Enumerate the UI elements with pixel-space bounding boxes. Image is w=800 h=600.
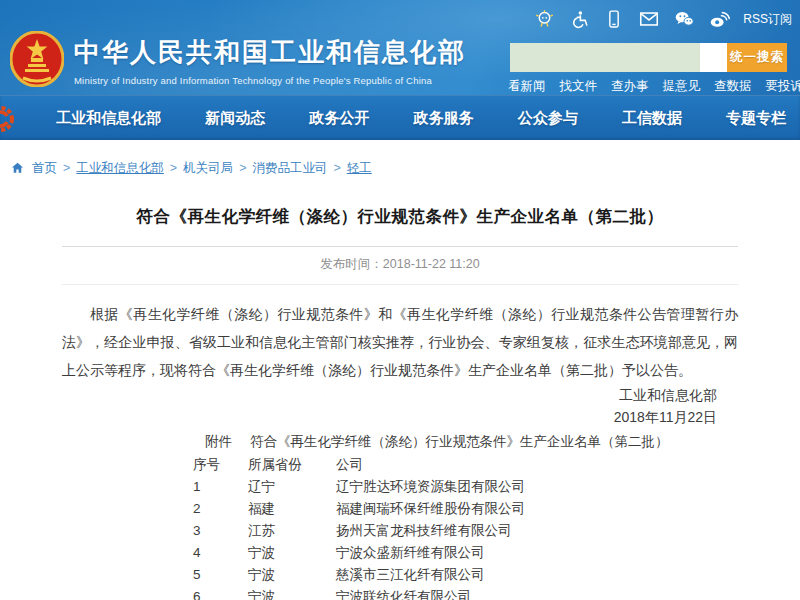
cell-no: 3 bbox=[193, 520, 248, 542]
cell-company: 慈溪市三江化纤有限公司 bbox=[336, 564, 738, 586]
article: 符合《再生化学纤维（涤纶）行业规范条件》生产企业名单（第二批） 发布时间：201… bbox=[0, 203, 800, 600]
cell-no: 4 bbox=[193, 542, 248, 564]
quick-link-data[interactable]: 查数据 bbox=[714, 78, 752, 95]
quick-link-complaint[interactable]: 要投诉 bbox=[766, 78, 800, 95]
cell-province: 福建 bbox=[248, 498, 336, 520]
cell-company: 福建闽瑞环保纤维股份有限公司 bbox=[336, 498, 738, 520]
breadcrumb-item-miit[interactable]: 工业和信息化部 bbox=[76, 160, 164, 177]
attachment-line: 附件符合《再生化学纤维（涤纶）行业规范条件》生产企业名单（第二批） bbox=[205, 432, 738, 452]
rss-link[interactable]: RSS订阅 bbox=[743, 11, 792, 28]
top-icon-bar: RSS订阅 bbox=[533, 8, 792, 30]
publish-time-value: 2018-11-22 11:20 bbox=[383, 257, 480, 271]
article-title: 符合《再生化学纤维（涤纶）行业规范条件》生产企业名单（第二批） bbox=[62, 203, 738, 229]
nav-item-miit[interactable]: 工业和信息化部 bbox=[56, 109, 161, 128]
cell-province: 宁波 bbox=[248, 586, 336, 600]
cell-province: 宁波 bbox=[248, 542, 336, 564]
table-row: 2 福建 福建闽瑞环保纤维股份有限公司 bbox=[193, 498, 738, 520]
sign-date: 2018年11月22日 bbox=[62, 406, 738, 428]
site-title: 中华人民共和国工业和信息化部 bbox=[74, 35, 466, 70]
table-header-row: 序号 所属省份 公司 bbox=[193, 454, 738, 476]
enterprise-table: 序号 所属省份 公司 1 辽宁 辽宁胜达环境资源集团有限公司 2 福建 福建闽瑞… bbox=[193, 454, 738, 600]
nav-item-news[interactable]: 新闻动态 bbox=[205, 109, 265, 128]
signer: 工业和信息化部 bbox=[62, 384, 738, 406]
mascot-icon[interactable] bbox=[533, 8, 555, 30]
breadcrumb-item-light-industry[interactable]: 轻工 bbox=[347, 160, 372, 177]
quick-link-news[interactable]: 看新闻 bbox=[508, 78, 546, 95]
nav-item-miit-data[interactable]: 工信数据 bbox=[622, 109, 682, 128]
table-row: 1 辽宁 辽宁胜达环境资源集团有限公司 bbox=[193, 476, 738, 498]
table-row: 4 宁波 宁波众盛新纤维有限公司 bbox=[193, 542, 738, 564]
quick-link-services[interactable]: 查办事 bbox=[611, 78, 649, 95]
publish-time-label: 发布时间： bbox=[320, 257, 383, 271]
breadcrumb-item-departments[interactable]: 机关司局 bbox=[183, 160, 233, 177]
quick-link-feedback[interactable]: 提意见 bbox=[663, 78, 701, 95]
cell-province: 宁波 bbox=[248, 564, 336, 586]
search-bar: 统一搜索 bbox=[510, 43, 787, 72]
wechat-icon[interactable] bbox=[673, 8, 695, 30]
site-logo-link[interactable]: 中华人民共和国工业和信息化部 Ministry of Industry and … bbox=[74, 35, 466, 86]
breadcrumb: 首页 > 工业和信息化部 > 机关司局 > 消费品工业司 > 轻工 bbox=[0, 140, 800, 179]
cell-province: 辽宁 bbox=[248, 476, 336, 498]
attachment-label: 附件 bbox=[205, 434, 232, 449]
search-input-gap bbox=[700, 43, 727, 72]
national-emblem bbox=[10, 31, 64, 87]
title-divider bbox=[62, 246, 738, 247]
breadcrumb-item-consumer-goods[interactable]: 消费品工业司 bbox=[252, 160, 327, 177]
col-header-company: 公司 bbox=[336, 454, 738, 476]
quick-links: 看新闻 找文件 查办事 提意见 查数据 要投诉 bbox=[508, 78, 800, 95]
publish-time-row: 发布时间：2018-11-22 11:20 bbox=[62, 256, 738, 273]
cell-company: 宁波众盛新纤维有限公司 bbox=[336, 542, 738, 564]
attachment-title: 符合《再生化学纤维（涤纶）行业规范条件》生产企业名单（第二批） bbox=[250, 434, 669, 449]
site-header: 中华人民共和国工业和信息化部 Ministry of Industry and … bbox=[0, 0, 800, 95]
meta-divider bbox=[62, 284, 738, 285]
mobile-icon[interactable] bbox=[603, 8, 625, 30]
search-input[interactable] bbox=[510, 43, 700, 72]
breadcrumb-separator: > bbox=[333, 161, 340, 175]
table-row: 5 宁波 慈溪市三江化纤有限公司 bbox=[193, 564, 738, 586]
cell-province: 江苏 bbox=[248, 520, 336, 542]
search-button[interactable]: 统一搜索 bbox=[727, 43, 787, 72]
col-header-no: 序号 bbox=[193, 454, 248, 476]
cell-company: 扬州天富龙科技纤维有限公司 bbox=[336, 520, 738, 542]
main-nav: 工业和信息化部 新闻动态 政务公开 政务服务 公众参与 工信数据 专题专栏 bbox=[0, 95, 800, 140]
site-subtitle: Ministry of Industry and Information Tec… bbox=[74, 75, 466, 86]
cell-company: 辽宁胜达环境资源集团有限公司 bbox=[336, 476, 738, 498]
breadcrumb-separator: > bbox=[239, 161, 246, 175]
cell-no: 5 bbox=[193, 564, 248, 586]
nav-item-special-topics[interactable]: 专题专栏 bbox=[726, 109, 786, 128]
cell-company: 宁波联纺化纤有限公司 bbox=[336, 586, 738, 600]
table-row: 3 江苏 扬州天富龙科技纤维有限公司 bbox=[193, 520, 738, 542]
gov-gear-icon bbox=[0, 103, 17, 135]
mail-icon[interactable] bbox=[638, 8, 660, 30]
breadcrumb-separator: > bbox=[170, 161, 177, 175]
table-row: 6 宁波 宁波联纺化纤有限公司 bbox=[193, 586, 738, 600]
breadcrumb-home[interactable]: 首页 bbox=[32, 160, 57, 177]
nav-item-gov-services[interactable]: 政务服务 bbox=[413, 109, 473, 128]
nav-item-public-participation[interactable]: 公众参与 bbox=[518, 109, 578, 128]
weibo-icon[interactable] bbox=[708, 8, 730, 30]
article-paragraph: 根据《再生化学纤维（涤纶）行业规范条件》和《再生化学纤维（涤纶）行业规范条件公告… bbox=[62, 300, 738, 384]
breadcrumb-separator: > bbox=[63, 161, 70, 175]
page-content: 首页 > 工业和信息化部 > 机关司局 > 消费品工业司 > 轻工 符合《再生化… bbox=[0, 140, 800, 600]
cell-no: 1 bbox=[193, 476, 248, 498]
nav-item-gov-disclosure[interactable]: 政务公开 bbox=[309, 109, 369, 128]
accessibility-icon[interactable] bbox=[568, 8, 590, 30]
cell-no: 6 bbox=[193, 586, 248, 600]
cell-no: 2 bbox=[193, 498, 248, 520]
col-header-province: 所属省份 bbox=[248, 454, 336, 476]
quick-link-files[interactable]: 找文件 bbox=[560, 78, 598, 95]
home-icon[interactable] bbox=[10, 161, 25, 175]
